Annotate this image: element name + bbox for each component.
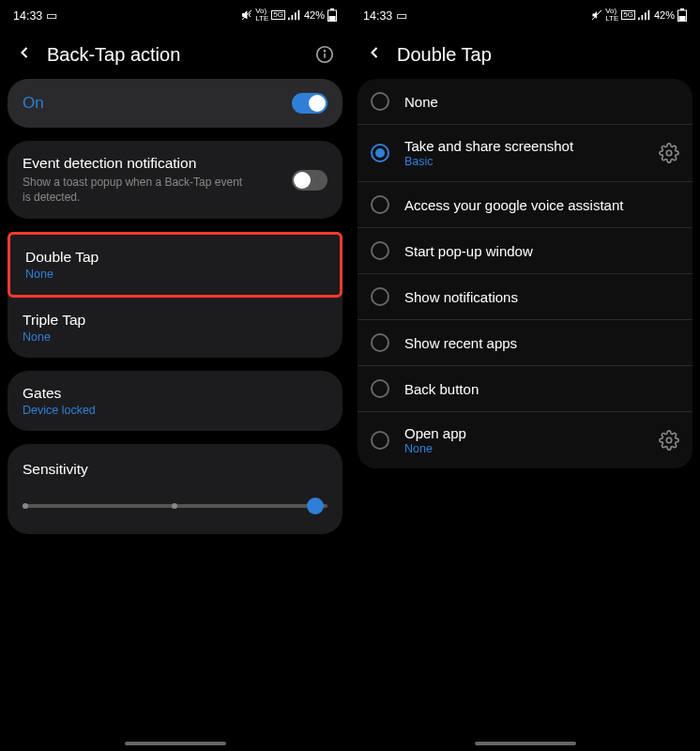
svg-point-20 [666, 437, 672, 443]
svg-rect-4 [297, 10, 299, 21]
radio-group: None Take and share screenshot Basic Acc… [358, 79, 692, 468]
svg-rect-7 [329, 16, 336, 21]
radio-icon [371, 144, 389, 162]
svg-rect-14 [645, 12, 647, 20]
option-recent[interactable]: Show recent apps [358, 320, 692, 366]
gates-card: Gates Device locked [8, 371, 342, 431]
battery-text-r: 42% [654, 9, 675, 21]
nav-bar [0, 742, 350, 745]
sensitivity-card: Sensitivity [8, 444, 342, 534]
mute-icon [241, 9, 252, 21]
event-desc: Show a toast popup when a Back-Tap event… [23, 175, 248, 205]
on-row[interactable]: On [8, 79, 342, 128]
svg-rect-3 [295, 12, 297, 20]
nav-bar-r [350, 742, 700, 745]
event-toggle[interactable] [292, 170, 327, 191]
option-back[interactable]: Back button [358, 366, 692, 412]
signal-icon [288, 9, 301, 21]
page-title-r: Double Tap [397, 44, 685, 66]
status-indicators: Vo)LTE 5G 42% [241, 8, 337, 23]
double-tap-row[interactable]: Double Tap None [8, 232, 342, 298]
status-time: 14:33 ▭ [13, 8, 57, 23]
mute-icon [591, 9, 602, 21]
back-icon[interactable] [365, 43, 384, 66]
radio-icon [371, 287, 389, 306]
gates-title: Gates [23, 385, 327, 402]
svg-point-19 [666, 150, 672, 156]
taps-card: Double Tap None Triple Tap None [8, 232, 342, 358]
header-r: Double Tap [350, 30, 700, 79]
5g-icon: 5G [621, 10, 635, 20]
status-time-r: 14:33 ▭ [363, 8, 407, 23]
battery-text: 42% [304, 9, 325, 21]
slider-thumb[interactable] [307, 498, 324, 514]
nav-pill[interactable] [125, 742, 226, 745]
status-bar-r: 14:33 ▭ Vo)LTE 5G 42% [350, 0, 700, 30]
options-list: None Take and share screenshot Basic Acc… [350, 79, 700, 468]
image-icon: ▭ [396, 9, 407, 23]
5g-icon: 5G [271, 10, 285, 20]
left-screen: 14:33 ▭ Vo)LTE 5G 42% Back-Tap action [0, 0, 350, 751]
sensitivity-title: Sensitivity [23, 461, 327, 478]
svg-rect-18 [679, 16, 686, 21]
option-popup[interactable]: Start pop-up window [358, 228, 692, 274]
radio-icon [371, 195, 389, 214]
triple-tap-row[interactable]: Triple Tap None [8, 298, 342, 358]
battery-icon [327, 8, 337, 22]
svg-rect-12 [638, 18, 640, 21]
radio-icon [371, 333, 389, 352]
svg-rect-13 [641, 15, 643, 20]
event-title: Event detection notification [23, 155, 248, 172]
header: Back-Tap action [0, 30, 350, 79]
right-screen: 14:33 ▭ Vo)LTE 5G 42% Double Tap [350, 0, 700, 751]
status-bar: 14:33 ▭ Vo)LTE 5G 42% [0, 0, 350, 30]
on-label: On [23, 94, 44, 113]
gates-sub: Device locked [23, 404, 327, 417]
option-open-app[interactable]: Open app None [358, 412, 692, 468]
svg-point-10 [324, 51, 325, 52]
image-icon: ▭ [46, 9, 57, 23]
back-icon[interactable] [15, 43, 34, 66]
triple-tap-title: Triple Tap [23, 312, 327, 329]
content: On Event detection notification Show a t… [0, 79, 350, 547]
event-row[interactable]: Event detection notification Show a toas… [8, 141, 342, 219]
nav-pill[interactable] [475, 742, 576, 745]
event-card: Event detection notification Show a toas… [8, 141, 342, 219]
info-icon[interactable] [314, 44, 335, 65]
on-toggle[interactable] [292, 93, 327, 114]
svg-rect-15 [647, 10, 649, 21]
radio-icon [371, 379, 389, 398]
radio-icon [371, 241, 389, 260]
option-screenshot[interactable]: Take and share screenshot Basic [358, 125, 692, 182]
signal-icon [638, 9, 651, 21]
triple-tap-sub: None [23, 330, 327, 344]
volte-icon: Vo)LTE [255, 8, 268, 23]
status-indicators-r: Vo)LTE 5G 42% [591, 8, 687, 23]
radio-icon [371, 92, 389, 111]
option-notifications[interactable]: Show notifications [358, 274, 692, 320]
svg-rect-1 [288, 18, 290, 21]
gear-icon[interactable] [659, 430, 679, 451]
volte-icon: Vo)LTE [605, 8, 618, 23]
radio-icon [371, 431, 389, 450]
battery-icon [677, 8, 687, 22]
option-none[interactable]: None [358, 79, 692, 125]
page-title: Back-Tap action [47, 44, 301, 66]
option-voice[interactable]: Access your google voice assistant [358, 182, 692, 228]
double-tap-title: Double Tap [25, 249, 325, 266]
sensitivity-slider[interactable] [23, 504, 327, 508]
gates-row[interactable]: Gates Device locked [8, 371, 342, 431]
gear-icon[interactable] [659, 143, 679, 163]
on-card: On [8, 79, 342, 128]
double-tap-sub: None [25, 268, 325, 281]
svg-rect-2 [291, 15, 293, 20]
